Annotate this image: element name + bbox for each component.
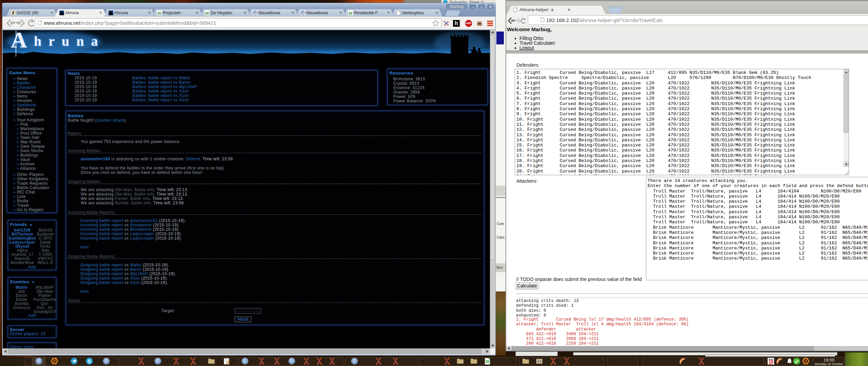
svg-text:P: P (302, 11, 304, 15)
svg-text:P: P (254, 11, 256, 15)
svg-text:A: A (11, 29, 27, 52)
svg-text:hruna: hruna (34, 34, 105, 49)
